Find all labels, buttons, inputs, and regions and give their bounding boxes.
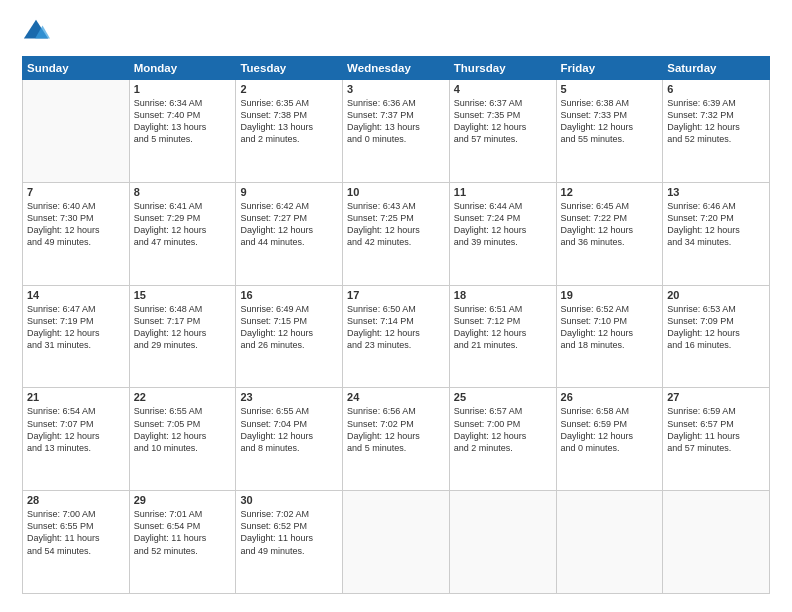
calendar-cell: 16Sunrise: 6:49 AM Sunset: 7:15 PM Dayli…: [236, 285, 343, 388]
day-number: 19: [561, 289, 659, 301]
calendar-cell: 2Sunrise: 6:35 AM Sunset: 7:38 PM Daylig…: [236, 80, 343, 183]
header: [22, 18, 770, 46]
day-info: Sunrise: 6:55 AM Sunset: 7:04 PM Dayligh…: [240, 405, 338, 454]
day-number: 10: [347, 186, 445, 198]
calendar-week-row: 28Sunrise: 7:00 AM Sunset: 6:55 PM Dayli…: [23, 491, 770, 594]
calendar-cell: 27Sunrise: 6:59 AM Sunset: 6:57 PM Dayli…: [663, 388, 770, 491]
day-number: 27: [667, 391, 765, 403]
day-number: 29: [134, 494, 232, 506]
day-info: Sunrise: 6:45 AM Sunset: 7:22 PM Dayligh…: [561, 200, 659, 249]
day-info: Sunrise: 6:37 AM Sunset: 7:35 PM Dayligh…: [454, 97, 552, 146]
day-info: Sunrise: 6:42 AM Sunset: 7:27 PM Dayligh…: [240, 200, 338, 249]
calendar-cell: 9Sunrise: 6:42 AM Sunset: 7:27 PM Daylig…: [236, 182, 343, 285]
day-info: Sunrise: 7:00 AM Sunset: 6:55 PM Dayligh…: [27, 508, 125, 557]
day-number: 18: [454, 289, 552, 301]
calendar-header-thursday: Thursday: [449, 57, 556, 80]
calendar-cell: 22Sunrise: 6:55 AM Sunset: 7:05 PM Dayli…: [129, 388, 236, 491]
calendar-header-saturday: Saturday: [663, 57, 770, 80]
day-number: 9: [240, 186, 338, 198]
logo: [22, 18, 54, 46]
calendar-cell: [663, 491, 770, 594]
calendar-cell: [449, 491, 556, 594]
day-info: Sunrise: 6:53 AM Sunset: 7:09 PM Dayligh…: [667, 303, 765, 352]
day-number: 24: [347, 391, 445, 403]
calendar-cell: 7Sunrise: 6:40 AM Sunset: 7:30 PM Daylig…: [23, 182, 130, 285]
calendar-cell: 20Sunrise: 6:53 AM Sunset: 7:09 PM Dayli…: [663, 285, 770, 388]
calendar-cell: 17Sunrise: 6:50 AM Sunset: 7:14 PM Dayli…: [343, 285, 450, 388]
day-number: 7: [27, 186, 125, 198]
day-number: 3: [347, 83, 445, 95]
page: SundayMondayTuesdayWednesdayThursdayFrid…: [0, 0, 792, 612]
day-info: Sunrise: 6:35 AM Sunset: 7:38 PM Dayligh…: [240, 97, 338, 146]
day-number: 12: [561, 186, 659, 198]
day-number: 8: [134, 186, 232, 198]
day-info: Sunrise: 6:50 AM Sunset: 7:14 PM Dayligh…: [347, 303, 445, 352]
calendar-cell: 6Sunrise: 6:39 AM Sunset: 7:32 PM Daylig…: [663, 80, 770, 183]
day-info: Sunrise: 6:36 AM Sunset: 7:37 PM Dayligh…: [347, 97, 445, 146]
day-number: 11: [454, 186, 552, 198]
day-number: 5: [561, 83, 659, 95]
calendar-cell: 18Sunrise: 6:51 AM Sunset: 7:12 PM Dayli…: [449, 285, 556, 388]
day-info: Sunrise: 6:40 AM Sunset: 7:30 PM Dayligh…: [27, 200, 125, 249]
day-info: Sunrise: 6:55 AM Sunset: 7:05 PM Dayligh…: [134, 405, 232, 454]
day-info: Sunrise: 6:57 AM Sunset: 7:00 PM Dayligh…: [454, 405, 552, 454]
day-info: Sunrise: 6:54 AM Sunset: 7:07 PM Dayligh…: [27, 405, 125, 454]
day-number: 20: [667, 289, 765, 301]
day-number: 15: [134, 289, 232, 301]
calendar-header-monday: Monday: [129, 57, 236, 80]
day-info: Sunrise: 6:44 AM Sunset: 7:24 PM Dayligh…: [454, 200, 552, 249]
day-info: Sunrise: 6:48 AM Sunset: 7:17 PM Dayligh…: [134, 303, 232, 352]
calendar-table: SundayMondayTuesdayWednesdayThursdayFrid…: [22, 56, 770, 594]
calendar-header-tuesday: Tuesday: [236, 57, 343, 80]
day-info: Sunrise: 6:39 AM Sunset: 7:32 PM Dayligh…: [667, 97, 765, 146]
day-number: 25: [454, 391, 552, 403]
calendar-cell: 3Sunrise: 6:36 AM Sunset: 7:37 PM Daylig…: [343, 80, 450, 183]
day-info: Sunrise: 6:51 AM Sunset: 7:12 PM Dayligh…: [454, 303, 552, 352]
day-number: 26: [561, 391, 659, 403]
calendar-cell: 8Sunrise: 6:41 AM Sunset: 7:29 PM Daylig…: [129, 182, 236, 285]
day-number: 21: [27, 391, 125, 403]
day-info: Sunrise: 6:59 AM Sunset: 6:57 PM Dayligh…: [667, 405, 765, 454]
calendar-cell: 26Sunrise: 6:58 AM Sunset: 6:59 PM Dayli…: [556, 388, 663, 491]
calendar-cell: 28Sunrise: 7:00 AM Sunset: 6:55 PM Dayli…: [23, 491, 130, 594]
day-number: 13: [667, 186, 765, 198]
day-info: Sunrise: 6:46 AM Sunset: 7:20 PM Dayligh…: [667, 200, 765, 249]
day-number: 30: [240, 494, 338, 506]
calendar-cell: 12Sunrise: 6:45 AM Sunset: 7:22 PM Dayli…: [556, 182, 663, 285]
calendar-cell: [23, 80, 130, 183]
calendar-cell: 23Sunrise: 6:55 AM Sunset: 7:04 PM Dayli…: [236, 388, 343, 491]
calendar-cell: 10Sunrise: 6:43 AM Sunset: 7:25 PM Dayli…: [343, 182, 450, 285]
day-info: Sunrise: 6:56 AM Sunset: 7:02 PM Dayligh…: [347, 405, 445, 454]
calendar-cell: 19Sunrise: 6:52 AM Sunset: 7:10 PM Dayli…: [556, 285, 663, 388]
day-number: 28: [27, 494, 125, 506]
day-info: Sunrise: 6:49 AM Sunset: 7:15 PM Dayligh…: [240, 303, 338, 352]
calendar-header-sunday: Sunday: [23, 57, 130, 80]
day-info: Sunrise: 7:01 AM Sunset: 6:54 PM Dayligh…: [134, 508, 232, 557]
calendar-cell: 21Sunrise: 6:54 AM Sunset: 7:07 PM Dayli…: [23, 388, 130, 491]
day-info: Sunrise: 6:34 AM Sunset: 7:40 PM Dayligh…: [134, 97, 232, 146]
calendar-cell: 11Sunrise: 6:44 AM Sunset: 7:24 PM Dayli…: [449, 182, 556, 285]
day-info: Sunrise: 6:38 AM Sunset: 7:33 PM Dayligh…: [561, 97, 659, 146]
day-info: Sunrise: 6:58 AM Sunset: 6:59 PM Dayligh…: [561, 405, 659, 454]
day-info: Sunrise: 6:41 AM Sunset: 7:29 PM Dayligh…: [134, 200, 232, 249]
calendar-week-row: 14Sunrise: 6:47 AM Sunset: 7:19 PM Dayli…: [23, 285, 770, 388]
day-number: 16: [240, 289, 338, 301]
day-number: 4: [454, 83, 552, 95]
calendar-cell: 29Sunrise: 7:01 AM Sunset: 6:54 PM Dayli…: [129, 491, 236, 594]
calendar-cell: 13Sunrise: 6:46 AM Sunset: 7:20 PM Dayli…: [663, 182, 770, 285]
day-number: 2: [240, 83, 338, 95]
calendar-cell: 24Sunrise: 6:56 AM Sunset: 7:02 PM Dayli…: [343, 388, 450, 491]
calendar-cell: 15Sunrise: 6:48 AM Sunset: 7:17 PM Dayli…: [129, 285, 236, 388]
day-number: 22: [134, 391, 232, 403]
calendar-cell: [556, 491, 663, 594]
calendar-cell: 30Sunrise: 7:02 AM Sunset: 6:52 PM Dayli…: [236, 491, 343, 594]
calendar-cell: 14Sunrise: 6:47 AM Sunset: 7:19 PM Dayli…: [23, 285, 130, 388]
logo-icon: [22, 18, 50, 46]
calendar-header-friday: Friday: [556, 57, 663, 80]
calendar-week-row: 1Sunrise: 6:34 AM Sunset: 7:40 PM Daylig…: [23, 80, 770, 183]
calendar-header-wednesday: Wednesday: [343, 57, 450, 80]
calendar-cell: 1Sunrise: 6:34 AM Sunset: 7:40 PM Daylig…: [129, 80, 236, 183]
day-number: 17: [347, 289, 445, 301]
calendar-week-row: 7Sunrise: 6:40 AM Sunset: 7:30 PM Daylig…: [23, 182, 770, 285]
day-info: Sunrise: 7:02 AM Sunset: 6:52 PM Dayligh…: [240, 508, 338, 557]
